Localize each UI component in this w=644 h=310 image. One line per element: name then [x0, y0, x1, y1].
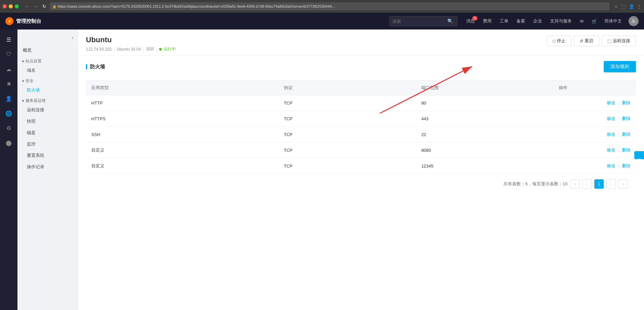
- logo[interactable]: ⚡ 管理控制台: [5, 17, 52, 25]
- cell-port-0: 80: [416, 95, 553, 111]
- browser-minimize-btn[interactable]: [9, 4, 13, 8]
- sidebar-item-firewall[interactable]: 防火墙: [17, 84, 78, 96]
- cell-port-2: 22: [416, 127, 553, 142]
- browser-close-btn[interactable]: [3, 4, 7, 8]
- server-meta: 112.74.50.102 | Ubuntu 16.04 | 深圳 | 运行中: [86, 46, 176, 52]
- sidebar-group-server-ops[interactable]: ▾ 服务器运维: [17, 96, 78, 104]
- sidebar-item-domain[interactable]: 域名: [17, 65, 78, 76]
- edit-link-4[interactable]: 修改: [607, 163, 615, 168]
- status-text: 运行中: [164, 46, 176, 52]
- browser-refresh-btn[interactable]: ↻: [41, 3, 48, 10]
- browser-chrome: ← → ↻ 🔒 https://swas.console.aliyun.com/…: [0, 0, 644, 13]
- browser-maximize-btn[interactable]: [15, 4, 19, 8]
- nav-item-enterprise[interactable]: 企业: [530, 17, 545, 25]
- cell-action-1: 修改 | 删除: [553, 111, 636, 127]
- sidebar-group-site-settings[interactable]: ▾ 站点设置: [17, 56, 78, 65]
- col-header-port: 端口范围: [416, 81, 553, 95]
- menu-icon[interactable]: ⋮: [637, 4, 641, 9]
- stop-icon: □: [553, 39, 555, 44]
- table-row: 自定义 TCP 12345 修改 | 删除: [86, 158, 636, 174]
- search-input[interactable]: [392, 19, 446, 24]
- cell-port-3: 8080: [416, 142, 553, 158]
- cell-action-3: 修改 | 删除: [553, 142, 636, 158]
- sidebar-item-ops-log[interactable]: 操作记录: [17, 161, 78, 173]
- table-row: HTTP TCP 80 修改 | 删除: [86, 95, 636, 111]
- delete-link-3[interactable]: 删除: [622, 147, 631, 152]
- sidebar-icon-user[interactable]: 👤: [3, 92, 15, 105]
- nav-item-icp[interactable]: 备案: [513, 17, 529, 25]
- remote-connect-button[interactable]: ⬚ 远程连接: [602, 36, 636, 46]
- address-bar[interactable]: 🔒 https://swas.console.aliyun.com/?spm=5…: [50, 2, 609, 10]
- nav-item-ticket[interactable]: 工单: [496, 17, 512, 25]
- sidebar-icon-refresh[interactable]: ♻: [3, 122, 15, 134]
- cell-app-3: 自定义: [86, 142, 279, 158]
- edit-link-0[interactable]: 修改: [607, 100, 615, 105]
- avatar[interactable]: 头: [629, 16, 639, 26]
- language-selector[interactable]: 简体中文: [602, 17, 625, 25]
- collapse-button[interactable]: ‹: [17, 32, 78, 43]
- sidebar-item-overview[interactable]: 概览: [17, 44, 78, 56]
- add-rule-button[interactable]: 添加规则: [604, 61, 636, 72]
- cell-protocol-4: TCP: [279, 158, 416, 174]
- restart-button[interactable]: ↺ 重启: [574, 36, 599, 46]
- search-button[interactable]: 🔍: [446, 18, 454, 24]
- edit-link-1[interactable]: 修改: [607, 116, 615, 121]
- remote-icon: ⬚: [607, 39, 611, 44]
- pagination-last[interactable]: »: [618, 179, 628, 189]
- server-os: Ubuntu 16.04: [117, 47, 141, 52]
- sidebar-item-monitor[interactable]: 监控: [17, 138, 78, 150]
- table-row: HTTPS TCP 443 修改 | 删除: [86, 111, 636, 127]
- url-text: https://swas.console.aliyun.com/?spm=517…: [58, 4, 335, 8]
- profile-icon[interactable]: 👤: [629, 4, 634, 9]
- sidebar-item-snapshot[interactable]: 快照: [17, 116, 78, 127]
- browser-forward-btn[interactable]: →: [32, 3, 40, 10]
- delete-link-1[interactable]: 删除: [622, 116, 631, 121]
- star-icon[interactable]: ☆: [614, 4, 618, 9]
- nav-item-cart[interactable]: 🛒: [588, 17, 600, 25]
- sidebar-group-security[interactable]: ▾ 安全: [17, 76, 78, 84]
- header-actions: □ 停止 ↺ 重启 ⬚ 远程连接: [547, 36, 636, 46]
- nav-item-support[interactable]: 支持与服务: [547, 17, 575, 25]
- firewall-table: 应用类型 协议 端口范围 操作 HTTP TCP 80 修改 | 删除 HTTP…: [86, 80, 636, 174]
- nav-item-messages[interactable]: 消息 6: [463, 17, 478, 25]
- cell-app-2: SSH: [86, 127, 279, 142]
- sidebar-icon-cross[interactable]: ✖: [3, 78, 15, 90]
- sidebar-item-disk[interactable]: 磁盘: [17, 127, 78, 138]
- sidebar-item-remote-conn[interactable]: 远程连接: [17, 104, 78, 116]
- section-title: 防火墙: [86, 64, 105, 70]
- sidebar-icon-dot[interactable]: ⬤: [3, 137, 15, 149]
- sidebar-item-reset-sys[interactable]: 重置系统: [17, 150, 78, 161]
- col-header-app: 应用类型: [86, 81, 279, 95]
- lock-icon: 🔒: [52, 5, 56, 8]
- browser-back-btn[interactable]: ←: [23, 3, 31, 10]
- delete-link-2[interactable]: 删除: [622, 132, 631, 137]
- sidebar-icon-menu[interactable]: ☰: [3, 34, 15, 46]
- cell-protocol-2: TCP: [279, 127, 416, 142]
- dark-sidebar: ☰ 🛡 ☁ ✖ 👤 🌐 ♻ ⬤: [0, 29, 17, 310]
- nav-item-mail[interactable]: ✉: [577, 17, 587, 25]
- edit-link-3[interactable]: 修改: [607, 147, 615, 152]
- pagination-next[interactable]: ›: [606, 179, 616, 189]
- feedback-tab[interactable]: 咨询建议: [634, 151, 644, 159]
- sidebar-icon-shield[interactable]: 🛡: [3, 48, 15, 60]
- delete-link-0[interactable]: 删除: [622, 100, 631, 105]
- stop-button[interactable]: □ 停止: [547, 36, 571, 46]
- extension-icon[interactable]: ⬛: [621, 4, 626, 9]
- main-layout: ☰ 🛡 ☁ ✖ 👤 🌐 ♻ ⬤ ‹ 概览 ▾ 站点设置 域名 ▾ 安全 防火墙 …: [0, 29, 644, 310]
- pagination-current[interactable]: 1: [594, 179, 604, 189]
- top-nav: ⚡ 管理控制台 🔍 消息 6 费用 工单 备案 企业 支持与服务 ✉ 🛒 简体中…: [0, 13, 644, 29]
- sidebar-icon-cloud[interactable]: ☁: [3, 63, 15, 75]
- pagination-prev[interactable]: ‹: [582, 179, 592, 189]
- sidebar-icon-globe[interactable]: 🌐: [3, 107, 15, 119]
- cell-protocol-0: TCP: [279, 95, 416, 111]
- delete-link-4[interactable]: 删除: [622, 163, 631, 168]
- pagination-first[interactable]: «: [570, 179, 580, 189]
- cell-action-2: 修改 | 删除: [553, 127, 636, 142]
- content-area: Ubuntu 112.74.50.102 | Ubuntu 16.04 | 深圳…: [78, 29, 644, 310]
- edit-link-2[interactable]: 修改: [607, 132, 615, 137]
- light-sidebar: ‹ 概览 ▾ 站点设置 域名 ▾ 安全 防火墙 ▾ 服务器运维 远程连接 快照 …: [17, 29, 78, 310]
- content-header: Ubuntu 112.74.50.102 | Ubuntu 16.04 | 深圳…: [78, 29, 644, 56]
- pagination-area: 共有条数：5，每页显示条数：10 « ‹ 1 › »: [86, 174, 636, 194]
- nav-item-billing[interactable]: 费用: [480, 17, 495, 25]
- table-row: 自定义 TCP 8080 修改 | 删除: [86, 142, 636, 158]
